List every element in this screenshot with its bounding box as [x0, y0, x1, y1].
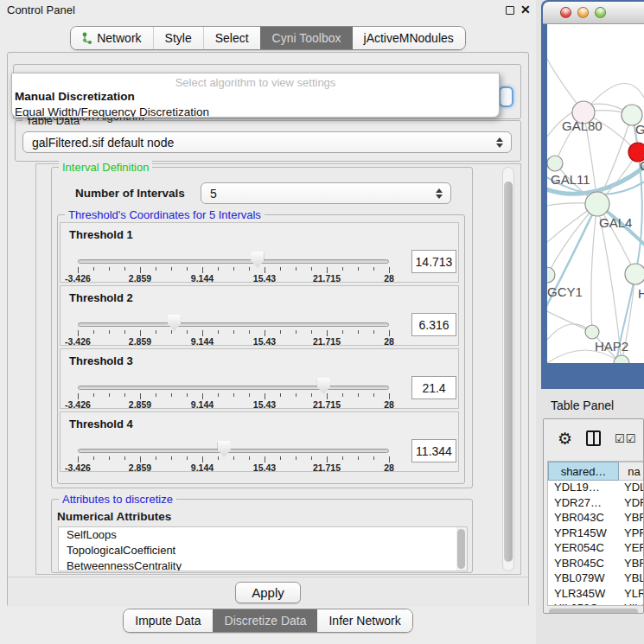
scrollbar-thumb[interactable] [504, 182, 513, 562]
threshold-value-box[interactable]: 21.4 [411, 376, 456, 399]
num-intervals-combo[interactable]: 5 [201, 182, 451, 204]
gear-icon[interactable]: ⚙ [558, 429, 572, 449]
tick-mark [265, 330, 265, 336]
table-row[interactable]: YER054CYER0 [548, 541, 644, 557]
threshold-slider[interactable]: -3.4262.8599.14415.4321.71528 [61, 223, 406, 284]
cell-name: YDR2 [619, 496, 644, 512]
thresholds-title: Threshold's Coordinates for 5 Intervals [65, 208, 265, 221]
network-node[interactable] [625, 264, 644, 284]
checkbox-icons[interactable]: ☑☑ [615, 432, 636, 445]
bottom-tab-discretize-data[interactable]: Discretize Data [213, 609, 318, 632]
dropdown-option[interactable]: Manual Discretization [12, 89, 499, 105]
slider-handle[interactable] [168, 315, 181, 331]
threshold-slider[interactable]: -3.4262.8599.14415.4321.71528 [61, 286, 406, 347]
cell-name: YBL0 [619, 571, 644, 587]
column-view-icon[interactable] [586, 430, 601, 446]
threshold-slider[interactable]: -3.4262.8599.14415.4321.71528 [61, 349, 406, 410]
attribute-list-item[interactable]: TopologicalCoefficient [59, 543, 467, 558]
tick-mark [389, 393, 390, 399]
attributes-list[interactable]: SelfLoopsTopologicalCoefficientBetweenne… [58, 526, 468, 571]
tab-jactivemnodules[interactable]: jActiveMNodules [353, 27, 465, 49]
slider-handle[interactable] [218, 441, 231, 457]
column-header-shared-name[interactable]: shared… [548, 462, 619, 481]
network-node[interactable] [614, 355, 629, 363]
tick-mark [389, 330, 390, 336]
cell-shared-name: YPR145W [548, 526, 619, 542]
dropdown-option[interactable]: Equal Width/Frequency Discretization [12, 105, 499, 118]
network-window-titlebar[interactable] [543, 2, 644, 24]
scrollbar-thumb[interactable] [549, 609, 638, 614]
threshold-slider[interactable]: -3.4262.8599.14415.4321.71528 [61, 412, 406, 473]
tick-mark [171, 456, 172, 460]
focused-combo-fragment[interactable] [499, 86, 513, 107]
cell-shared-name: YER054C [548, 541, 619, 557]
table-data-combo[interactable]: galFiltered.sif default node [22, 131, 512, 153]
attribute-list-item[interactable]: SelfLoops [59, 527, 467, 543]
slider-track[interactable] [78, 386, 389, 390]
table-row[interactable]: YBR045CYBR0 [548, 557, 644, 572]
slider-handle[interactable] [251, 252, 264, 268]
network-canvas[interactable]: GAL80GCGAL11GAL4GCY1HHAP2 [547, 24, 644, 363]
table-row[interactable]: YDR27…YDR2 [548, 496, 644, 512]
close-icon[interactable]: ✕ [520, 3, 531, 16]
network-node[interactable] [547, 267, 555, 283]
table-data-group: Table Data galFiltered.sif default node [15, 120, 521, 162]
apply-button[interactable]: Apply [235, 582, 301, 603]
horizontal-scrollbar[interactable] [547, 608, 641, 614]
threshold-value-box[interactable]: 11.344 [411, 439, 456, 462]
bottom-tab-label: Impute Data [135, 614, 201, 628]
slider-track[interactable] [78, 322, 389, 327]
cell-name: YIL0 [619, 602, 644, 606]
table-row[interactable]: YBL079WYBL0 [548, 571, 644, 587]
table-row[interactable]: YBR043CYBR0 [548, 511, 644, 526]
tick-mark [342, 330, 343, 334]
minimize-traffic-light[interactable] [577, 7, 589, 18]
threshold-value-box[interactable]: 14.713 [411, 250, 456, 273]
tick-label: 2.859 [129, 462, 151, 473]
column-header-name[interactable]: na [619, 462, 644, 481]
network-node[interactable] [585, 192, 609, 216]
list-scrollbar[interactable] [456, 527, 467, 571]
tab-select[interactable]: Select [203, 27, 260, 49]
table-row[interactable]: YLR345WYLR3 [548, 587, 644, 603]
tick-label: 21.715 [313, 336, 341, 347]
table-row[interactable]: YPR145WYPR1 [548, 526, 644, 542]
node-table[interactable]: shared… na YDL19…YDL1YDR27…YDR2YBR043CYB… [547, 461, 644, 606]
bottom-tab-impute-data[interactable]: Impute Data [124, 609, 212, 632]
network-edge[interactable] [591, 204, 597, 332]
tick-mark [342, 456, 343, 460]
tick-mark [311, 267, 312, 271]
cell-shared-name: YDL19… [548, 481, 619, 496]
bottom-tab-infer-network[interactable]: Infer Network [317, 609, 411, 632]
float-icon[interactable] [506, 6, 514, 15]
close-traffic-light[interactable] [560, 7, 571, 18]
tick-mark [358, 393, 359, 397]
slider-track[interactable] [78, 259, 389, 264]
tick-label: 28 [384, 273, 394, 284]
tick-label: -3.426 [65, 462, 91, 473]
attribute-list-item[interactable]: BetweennessCentrality [59, 558, 467, 571]
tick-mark [78, 267, 79, 273]
network-node[interactable] [585, 325, 599, 339]
zoom-traffic-light[interactable] [595, 7, 606, 18]
tick-mark [187, 330, 188, 334]
tick-label: 15.43 [253, 336, 276, 347]
table-row[interactable]: YIL052CYIL0 [548, 602, 644, 606]
vertical-scrollbar[interactable] [502, 167, 514, 571]
network-node[interactable] [547, 156, 563, 171]
tab-style[interactable]: Style [153, 27, 203, 49]
tick-mark [373, 267, 374, 271]
slider-track[interactable] [78, 449, 389, 453]
tab-cyni-toolbox[interactable]: Cyni Toolbox [260, 27, 353, 49]
threshold-value-box[interactable]: 6.316 [411, 313, 456, 336]
tab-network[interactable]: Network [71, 27, 152, 49]
tick-label: 28 [384, 336, 394, 347]
slider-handle[interactable] [317, 378, 330, 394]
tick-mark [140, 330, 141, 336]
spinner-icon [496, 137, 503, 148]
table-row[interactable]: YDL19…YDL1 [548, 481, 644, 496]
tick-mark [296, 456, 296, 460]
tick-mark [78, 330, 79, 336]
network-edge[interactable] [547, 204, 597, 275]
network-graph[interactable]: GAL80GCGAL11GAL4GCY1HHAP2 [547, 24, 644, 363]
